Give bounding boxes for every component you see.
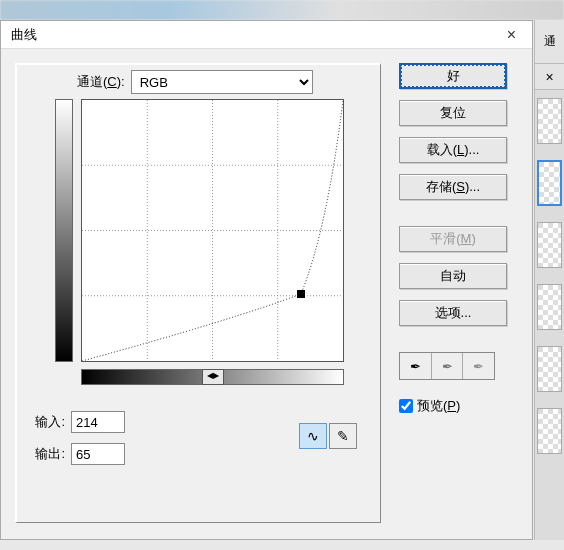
output-value-field[interactable] (71, 443, 125, 465)
swatch-3[interactable] (537, 222, 562, 268)
curve-point-selected[interactable] (297, 290, 305, 298)
eyedropper-icon: ✒ (442, 359, 453, 374)
input-value-field[interactable] (71, 411, 125, 433)
load-button[interactable]: 载入(L)... (399, 137, 507, 163)
eyedropper-white[interactable]: ✒ (463, 353, 494, 379)
reset-button[interactable]: 复位 (399, 100, 507, 126)
eyedropper-gray[interactable]: ✒ (432, 353, 464, 379)
right-buttons: 好 复位 载入(L)... 存储(S)... 平滑(M) 自动 选项... ✒ … (399, 63, 507, 529)
preview-checkbox[interactable] (399, 399, 413, 413)
output-label: 输出: (21, 445, 65, 463)
input-label: 输入: (21, 413, 65, 431)
background-swatches: 通 × (534, 20, 564, 540)
input-gradient-bar[interactable]: ◀▶ (81, 369, 344, 385)
channel-row: 通道(C): RGB (71, 70, 319, 94)
dialog-title: 曲线 (11, 26, 37, 44)
swatch-1[interactable] (537, 98, 562, 144)
close-x-bg[interactable]: × (545, 69, 553, 85)
swatch-5[interactable] (537, 346, 562, 392)
swatch-6[interactable] (537, 408, 562, 454)
pencil-icon: ✎ (337, 428, 349, 444)
close-button[interactable]: × (501, 26, 522, 44)
bg-button-partial[interactable]: 通 (544, 33, 556, 50)
eyedropper-icon: ✒ (473, 359, 484, 374)
curve-group: 通道(C): RGB (15, 63, 381, 523)
swatch-2[interactable] (537, 160, 562, 206)
auto-button[interactable]: 自动 (399, 263, 507, 289)
eyedropper-black[interactable]: ✒ (400, 353, 432, 379)
output-gradient-bar (55, 99, 73, 362)
save-button[interactable]: 存储(S)... (399, 174, 507, 200)
titlebar: 曲线 × (1, 21, 532, 49)
pencil-mode-button[interactable]: ✎ (329, 423, 357, 449)
curve-mode-button[interactable]: ∿ (299, 423, 327, 449)
options-button[interactable]: 选项... (399, 300, 507, 326)
curves-dialog: 曲线 × 通道(C): RGB (0, 20, 533, 540)
smooth-button: 平滑(M) (399, 226, 507, 252)
channel-label: 通道(C): (77, 73, 125, 91)
gradient-handle[interactable]: ◀▶ (202, 369, 224, 385)
preview-label[interactable]: 预览(P) (417, 397, 460, 415)
ok-button[interactable]: 好 (399, 63, 507, 89)
curve-canvas[interactable] (81, 99, 344, 362)
eyedropper-group: ✒ ✒ ✒ (399, 352, 495, 380)
curve-icon: ∿ (307, 428, 319, 444)
swatch-4[interactable] (537, 284, 562, 330)
eyedropper-icon: ✒ (410, 359, 421, 374)
channel-select[interactable]: RGB (131, 70, 313, 94)
